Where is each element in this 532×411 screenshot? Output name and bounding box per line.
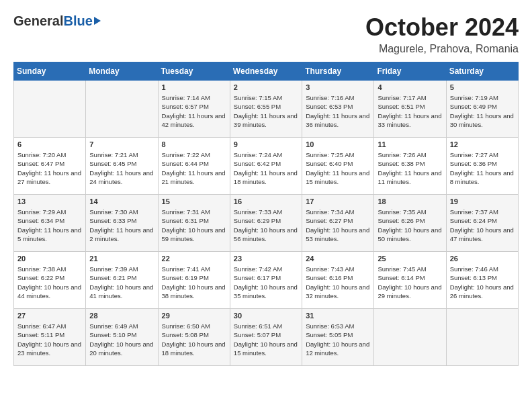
day-info: Sunrise: 6:49 AM Sunset: 5:10 PM Dayligh… xyxy=(89,322,154,357)
calendar-cell: 17Sunrise: 7:34 AM Sunset: 6:27 PM Dayli… xyxy=(302,195,374,252)
calendar-cell: 18Sunrise: 7:35 AM Sunset: 6:26 PM Dayli… xyxy=(374,195,446,252)
day-of-week-header: Tuesday xyxy=(158,62,230,81)
day-info: Sunrise: 7:34 AM Sunset: 6:27 PM Dayligh… xyxy=(306,208,370,243)
calendar-table: SundayMondayTuesdayWednesdayThursdayFrid… xyxy=(13,62,519,366)
day-number: 16 xyxy=(234,197,298,205)
day-info: Sunrise: 7:41 AM Sunset: 6:19 PM Dayligh… xyxy=(162,265,226,300)
day-of-week-header: Wednesday xyxy=(230,62,302,81)
day-of-week-header: Saturday xyxy=(446,62,518,81)
calendar-cell: 29Sunrise: 6:50 AM Sunset: 5:08 PM Dayli… xyxy=(158,309,230,366)
day-info: Sunrise: 6:51 AM Sunset: 5:07 PM Dayligh… xyxy=(234,322,298,357)
calendar-week-row: 1Sunrise: 7:14 AM Sunset: 6:57 PM Daylig… xyxy=(14,81,519,138)
day-number: 31 xyxy=(306,312,370,320)
page-header: General Blue October 2024 Magurele, Prah… xyxy=(13,13,519,55)
calendar-cell: 16Sunrise: 7:33 AM Sunset: 6:29 PM Dayli… xyxy=(230,195,302,252)
calendar-cell: 26Sunrise: 7:46 AM Sunset: 6:13 PM Dayli… xyxy=(446,252,518,309)
day-info: Sunrise: 7:38 AM Sunset: 6:22 PM Dayligh… xyxy=(17,265,82,300)
day-number: 3 xyxy=(306,83,370,91)
day-info: Sunrise: 7:37 AM Sunset: 6:24 PM Dayligh… xyxy=(450,208,515,243)
day-info: Sunrise: 6:53 AM Sunset: 5:05 PM Dayligh… xyxy=(306,322,370,357)
day-number: 19 xyxy=(450,197,515,205)
day-info: Sunrise: 7:15 AM Sunset: 6:55 PM Dayligh… xyxy=(234,93,298,129)
day-info: Sunrise: 6:50 AM Sunset: 5:08 PM Dayligh… xyxy=(162,322,226,357)
day-number: 8 xyxy=(162,140,226,148)
calendar-cell: 24Sunrise: 7:43 AM Sunset: 6:16 PM Dayli… xyxy=(302,252,374,309)
day-info: Sunrise: 7:17 AM Sunset: 6:51 PM Dayligh… xyxy=(378,93,442,129)
calendar-cell: 8Sunrise: 7:22 AM Sunset: 6:44 PM Daylig… xyxy=(158,138,230,195)
day-number: 1 xyxy=(162,83,226,91)
day-number: 22 xyxy=(162,255,226,263)
day-number: 29 xyxy=(162,312,226,320)
logo-arrow-icon xyxy=(94,17,101,25)
calendar-cell: 22Sunrise: 7:41 AM Sunset: 6:19 PM Dayli… xyxy=(158,252,230,309)
day-number: 21 xyxy=(89,255,154,263)
calendar-cell xyxy=(374,309,446,366)
day-info: Sunrise: 7:39 AM Sunset: 6:21 PM Dayligh… xyxy=(89,265,154,300)
calendar-cell: 21Sunrise: 7:39 AM Sunset: 6:21 PM Dayli… xyxy=(86,252,158,309)
day-info: Sunrise: 7:42 AM Sunset: 6:17 PM Dayligh… xyxy=(234,265,298,300)
logo-blue-text: Blue xyxy=(63,13,92,29)
calendar-cell: 30Sunrise: 6:51 AM Sunset: 5:07 PM Dayli… xyxy=(230,309,302,366)
day-number: 12 xyxy=(450,140,515,148)
calendar-cell: 20Sunrise: 7:38 AM Sunset: 6:22 PM Dayli… xyxy=(14,252,86,309)
day-number: 30 xyxy=(234,312,298,320)
day-info: Sunrise: 7:35 AM Sunset: 6:26 PM Dayligh… xyxy=(378,208,442,243)
calendar-cell: 13Sunrise: 7:29 AM Sunset: 6:34 PM Dayli… xyxy=(14,195,86,252)
day-number: 18 xyxy=(378,197,442,205)
logo: General Blue xyxy=(13,13,101,29)
calendar-cell: 28Sunrise: 6:49 AM Sunset: 5:10 PM Dayli… xyxy=(86,309,158,366)
day-info: Sunrise: 7:31 AM Sunset: 6:31 PM Dayligh… xyxy=(162,208,226,243)
calendar-cell: 6Sunrise: 7:20 AM Sunset: 6:47 PM Daylig… xyxy=(14,138,86,195)
day-of-week-header: Thursday xyxy=(302,62,374,81)
location-subtitle: Magurele, Prahova, Romania xyxy=(365,43,519,55)
day-of-week-header: Sunday xyxy=(14,62,86,81)
calendar-cell: 12Sunrise: 7:27 AM Sunset: 6:36 PM Dayli… xyxy=(446,138,518,195)
calendar-week-row: 6Sunrise: 7:20 AM Sunset: 6:47 PM Daylig… xyxy=(14,138,519,195)
logo-general-text: General xyxy=(13,13,63,29)
calendar-cell: 31Sunrise: 6:53 AM Sunset: 5:05 PM Dayli… xyxy=(302,309,374,366)
day-info: Sunrise: 7:26 AM Sunset: 6:38 PM Dayligh… xyxy=(378,150,442,186)
calendar-cell: 5Sunrise: 7:19 AM Sunset: 6:49 PM Daylig… xyxy=(446,81,518,138)
calendar-cell xyxy=(446,309,518,366)
month-year-title: October 2024 xyxy=(365,13,519,42)
day-info: Sunrise: 7:19 AM Sunset: 6:49 PM Dayligh… xyxy=(450,93,515,129)
calendar-cell: 1Sunrise: 7:14 AM Sunset: 6:57 PM Daylig… xyxy=(158,81,230,138)
calendar-week-row: 27Sunrise: 6:47 AM Sunset: 5:11 PM Dayli… xyxy=(14,309,519,366)
calendar-cell: 3Sunrise: 7:16 AM Sunset: 6:53 PM Daylig… xyxy=(302,81,374,138)
day-info: Sunrise: 7:33 AM Sunset: 6:29 PM Dayligh… xyxy=(234,208,298,243)
day-number: 10 xyxy=(306,140,370,148)
calendar-cell: 9Sunrise: 7:24 AM Sunset: 6:42 PM Daylig… xyxy=(230,138,302,195)
day-info: Sunrise: 6:47 AM Sunset: 5:11 PM Dayligh… xyxy=(17,322,82,357)
day-number: 23 xyxy=(234,255,298,263)
day-info: Sunrise: 7:27 AM Sunset: 6:36 PM Dayligh… xyxy=(450,150,515,186)
calendar-cell: 11Sunrise: 7:26 AM Sunset: 6:38 PM Dayli… xyxy=(374,138,446,195)
calendar-cell: 14Sunrise: 7:30 AM Sunset: 6:33 PM Dayli… xyxy=(86,195,158,252)
calendar-cell: 19Sunrise: 7:37 AM Sunset: 6:24 PM Dayli… xyxy=(446,195,518,252)
day-info: Sunrise: 7:22 AM Sunset: 6:44 PM Dayligh… xyxy=(162,150,226,186)
day-of-week-header: Friday xyxy=(374,62,446,81)
calendar-cell xyxy=(14,81,86,138)
calendar-cell: 4Sunrise: 7:17 AM Sunset: 6:51 PM Daylig… xyxy=(374,81,446,138)
day-number: 24 xyxy=(306,255,370,263)
calendar-cell: 23Sunrise: 7:42 AM Sunset: 6:17 PM Dayli… xyxy=(230,252,302,309)
day-info: Sunrise: 7:45 AM Sunset: 6:14 PM Dayligh… xyxy=(378,265,442,300)
calendar-cell xyxy=(86,81,158,138)
day-number: 28 xyxy=(89,312,154,320)
calendar-cell: 25Sunrise: 7:45 AM Sunset: 6:14 PM Dayli… xyxy=(374,252,446,309)
day-info: Sunrise: 7:14 AM Sunset: 6:57 PM Dayligh… xyxy=(162,93,226,129)
calendar-cell: 2Sunrise: 7:15 AM Sunset: 6:55 PM Daylig… xyxy=(230,81,302,138)
calendar-header-row: SundayMondayTuesdayWednesdayThursdayFrid… xyxy=(14,62,519,81)
day-number: 14 xyxy=(89,197,154,205)
day-number: 17 xyxy=(306,197,370,205)
day-info: Sunrise: 7:25 AM Sunset: 6:40 PM Dayligh… xyxy=(306,150,370,186)
day-info: Sunrise: 7:46 AM Sunset: 6:13 PM Dayligh… xyxy=(450,265,515,300)
day-info: Sunrise: 7:16 AM Sunset: 6:53 PM Dayligh… xyxy=(306,93,370,129)
day-info: Sunrise: 7:24 AM Sunset: 6:42 PM Dayligh… xyxy=(234,150,298,186)
day-number: 11 xyxy=(378,140,442,148)
day-number: 6 xyxy=(17,140,82,148)
calendar-cell: 27Sunrise: 6:47 AM Sunset: 5:11 PM Dayli… xyxy=(14,309,86,366)
day-number: 26 xyxy=(450,255,515,263)
day-number: 4 xyxy=(378,83,442,91)
day-number: 9 xyxy=(234,140,298,148)
day-info: Sunrise: 7:20 AM Sunset: 6:47 PM Dayligh… xyxy=(17,150,82,186)
